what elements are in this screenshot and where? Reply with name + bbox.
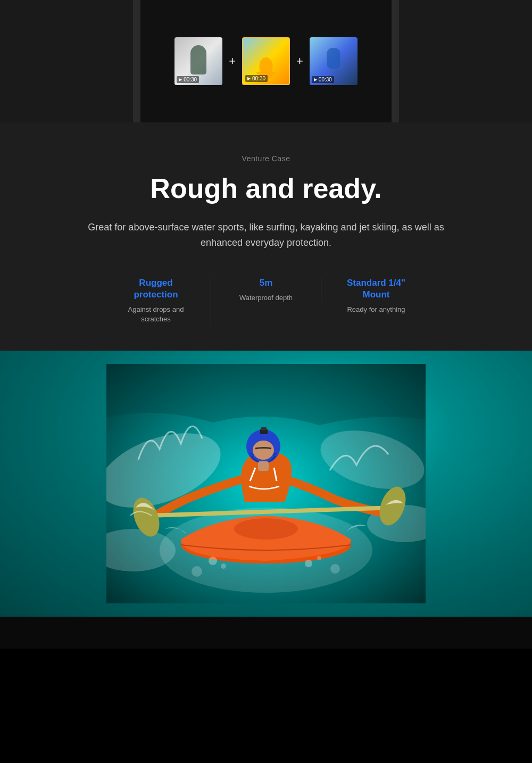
plus-icon-2: + xyxy=(296,54,303,68)
clip-figure-3 xyxy=(327,48,340,69)
clips-container: 00:30 + 00:30 + 00:30 xyxy=(169,32,363,90)
bottom-bar xyxy=(0,617,532,649)
features-row: Rugged protection Against drops and scra… xyxy=(101,277,431,325)
feature-rugged-title: Rugged protection xyxy=(117,277,195,301)
svg-point-19 xyxy=(317,556,321,560)
clip-thumbnail-3[interactable]: 00:30 xyxy=(310,37,358,85)
phone-frame: 00:30 + 00:30 + 00:30 xyxy=(133,0,399,122)
feature-rugged-desc: Against drops and scratches xyxy=(117,305,195,324)
svg-point-7 xyxy=(234,518,298,540)
svg-point-16 xyxy=(209,557,217,565)
page-description: Great for above-surface water sports, li… xyxy=(74,220,458,251)
svg-rect-15 xyxy=(258,461,269,471)
clip-time-3: 00:30 xyxy=(312,76,334,83)
clip-time-1: 00:30 xyxy=(177,76,199,83)
clip-time-2: 00:30 xyxy=(245,75,268,82)
svg-rect-14 xyxy=(261,427,267,430)
clip-thumbnail-2[interactable]: 00:30 xyxy=(242,37,290,85)
clip-figure-1 xyxy=(190,45,206,74)
page-headline: Rough and ready. xyxy=(43,173,489,204)
feature-rugged-protection: Rugged protection Against drops and scra… xyxy=(101,277,211,325)
plus-icon-1: + xyxy=(229,54,236,68)
svg-point-18 xyxy=(305,560,312,567)
top-section: 00:30 + 00:30 + 00:30 xyxy=(0,0,532,122)
kayaker-illustration xyxy=(106,364,426,603)
svg-point-20 xyxy=(192,566,202,577)
feature-mount-desc: Ready for anything xyxy=(337,305,415,314)
clip-thumbnail-1[interactable]: 00:30 xyxy=(174,37,222,85)
clip-figure-2 xyxy=(260,57,273,73)
product-label: Venture Case xyxy=(43,154,489,163)
svg-point-12 xyxy=(253,441,274,460)
kayak-image-section xyxy=(0,351,532,617)
svg-point-17 xyxy=(221,563,226,569)
feature-waterproof-title: 5m xyxy=(227,277,305,289)
feature-waterproof-desc: Waterproof depth xyxy=(227,293,305,303)
middle-section: Venture Case Rough and ready. Great for … xyxy=(0,122,532,351)
feature-waterproof: 5m Waterproof depth xyxy=(211,277,321,303)
kayak-background xyxy=(0,351,532,617)
svg-point-21 xyxy=(330,564,340,574)
feature-mount: Standard 1/4" Mount Ready for anything xyxy=(321,277,431,314)
feature-mount-title: Standard 1/4" Mount xyxy=(337,277,415,301)
